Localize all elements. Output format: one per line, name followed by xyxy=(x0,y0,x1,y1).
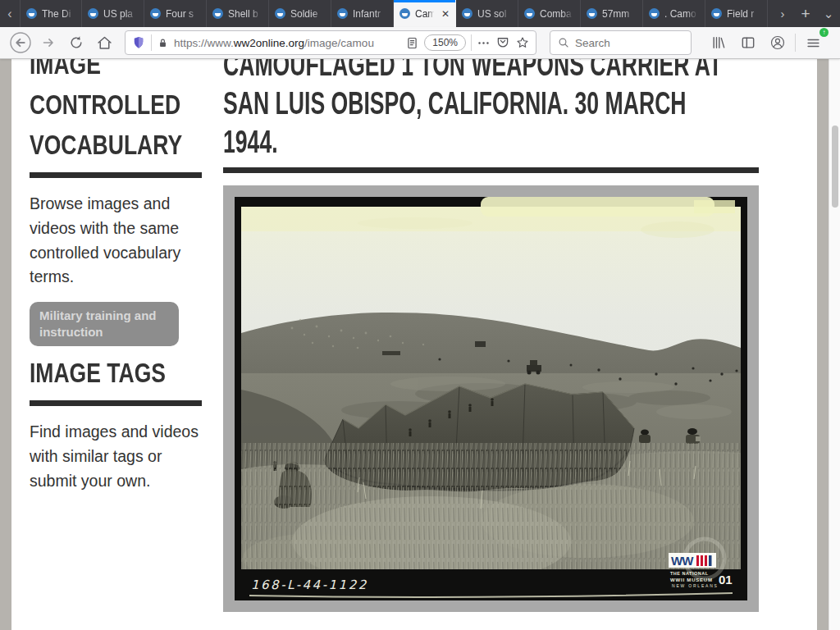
drupal-favicon-icon xyxy=(649,8,660,19)
search-icon xyxy=(557,36,570,49)
main-column: CAMOUFLAGED 1 TON WEAPONS CARRIER AT SAN… xyxy=(223,59,759,612)
photo-frame: 168-L-44-1122 01 WW THE NATION xyxy=(223,185,759,612)
menu-hamburger-icon[interactable]: ↑ xyxy=(801,30,825,55)
vocab-description: Browse images and videos with the same c… xyxy=(30,192,212,290)
page-scrollbar[interactable] xyxy=(829,59,840,630)
tab-title: Soldie xyxy=(290,8,325,20)
tracking-protection-shield-icon[interactable] xyxy=(131,35,146,50)
photo-id-number: 168-L-44-1122 xyxy=(251,578,368,592)
drupal-favicon-icon xyxy=(275,8,285,19)
tab-57mm[interactable]: 57mm xyxy=(581,0,643,27)
photo-scene xyxy=(241,207,741,587)
tab-title: Cam xyxy=(415,8,435,20)
zoom-level-indicator[interactable]: 150% xyxy=(424,34,466,51)
search-bar[interactable] xyxy=(550,30,692,55)
tab-strip: The Di US pla Four s Shell b Soldie Infa… xyxy=(20,0,768,27)
browser-window: ‹ The Di US pla Four s Shell b Soldie xyxy=(0,0,840,630)
scroll-tabs-left-button[interactable]: ‹ xyxy=(0,0,20,27)
tab-title: Comba xyxy=(540,8,574,20)
drupal-favicon-icon xyxy=(587,8,597,19)
tab-title: The Di xyxy=(42,8,75,20)
watermark-line1: THE NATIONAL xyxy=(670,571,709,576)
tab-shell-b[interactable]: Shell b xyxy=(207,0,269,27)
tab-title: US pla xyxy=(103,8,138,20)
tab-four-s[interactable]: Four s xyxy=(144,0,207,27)
search-input[interactable] xyxy=(575,37,684,49)
photo-illustration[interactable]: 168-L-44-1122 01 WW THE NATION xyxy=(235,197,747,600)
heading-rule xyxy=(30,400,202,406)
tags-heading: IMAGE TAGS xyxy=(30,353,215,393)
scrollbar-thumb[interactable] xyxy=(832,126,838,208)
tab-us-pla[interactable]: US pla xyxy=(82,0,144,27)
tab-title: . Camo xyxy=(664,8,699,20)
home-button[interactable] xyxy=(92,30,116,55)
vocab-heading-line: IMAGE xyxy=(30,59,215,84)
tab-title: Field r xyxy=(727,8,761,20)
title-rule xyxy=(223,167,759,173)
drupal-favicon-icon xyxy=(150,8,161,19)
library-icon[interactable] xyxy=(706,30,731,55)
page-viewport: IMAGE CONTROLLED VOCABULARY Browse image… xyxy=(0,59,840,630)
tags-heading-line: IMAGE TAGS xyxy=(30,353,215,393)
page-title-line: CAMOUFLAGED 1 TON WEAPONS CARRIER AT xyxy=(223,59,763,84)
divider xyxy=(471,34,472,51)
page-title-line: SAN LUIS OBISPO, CALIFORNIA. 30 MARCH xyxy=(223,84,763,123)
drupal-favicon-icon xyxy=(711,8,722,19)
tab-title: 57mm xyxy=(602,8,637,20)
url-scheme: https://www. xyxy=(174,37,234,49)
tab-bar: ‹ The Di US pla Four s Shell b Soldie xyxy=(0,0,840,27)
drupal-favicon-icon xyxy=(337,8,348,19)
url-text[interactable]: https://www.ww2online.org/image/camou xyxy=(174,37,400,49)
bookmark-star-icon[interactable] xyxy=(515,35,530,50)
drupal-favicon-icon xyxy=(26,8,37,19)
vocab-term-button[interactable]: Military training and instruction xyxy=(30,302,179,346)
update-available-badge: ↑ xyxy=(819,28,829,37)
new-tab-button[interactable]: + xyxy=(794,5,817,23)
tab-title: Four s xyxy=(166,8,200,20)
url-domain: ww2online.org xyxy=(234,37,304,49)
corner-mark: 01 xyxy=(719,573,733,587)
tab-soldie[interactable]: Soldie xyxy=(269,0,331,27)
watermark-line2: WWII MUSEUM xyxy=(670,578,713,582)
reload-button[interactable] xyxy=(64,30,89,55)
account-icon[interactable] xyxy=(765,30,790,55)
tab-infantr[interactable]: Infantr xyxy=(331,0,394,27)
drupal-favicon-icon xyxy=(462,8,472,19)
page-title-line: 1944. xyxy=(223,123,763,162)
page-content: IMAGE CONTROLLED VOCABULARY Browse image… xyxy=(11,59,817,630)
tape-strip xyxy=(481,197,714,217)
forward-button[interactable] xyxy=(36,30,61,55)
tab-title: Shell b xyxy=(228,8,262,20)
url-bar[interactable]: https://www.ww2online.org/image/camou 15… xyxy=(125,30,536,55)
tab-us-sol[interactable]: US sol xyxy=(456,0,518,27)
scroll-tabs-right-button[interactable]: › xyxy=(771,7,794,21)
sidebar: IMAGE CONTROLLED VOCABULARY Browse image… xyxy=(30,59,212,494)
sidebar-toggle-icon[interactable] xyxy=(736,30,760,55)
tab-title: Infantr xyxy=(353,8,387,20)
tab-field-r[interactable]: Field r xyxy=(705,0,768,27)
vocab-heading-line: VOCABULARY xyxy=(30,125,215,165)
tab-camouflaged-active[interactable]: Cam ✕ xyxy=(394,0,456,27)
back-button[interactable] xyxy=(8,30,33,55)
tags-description: Find images and videos with similar tags… xyxy=(30,420,212,493)
vocab-heading-line: CONTROLLED xyxy=(30,84,215,125)
tab-comba[interactable]: Comba xyxy=(518,0,581,27)
heading-rule xyxy=(30,172,202,178)
watermark-brand: WW xyxy=(671,554,694,568)
divider xyxy=(151,34,152,51)
vocab-heading: IMAGE CONTROLLED VOCABULARY xyxy=(30,59,215,165)
tab-the-di[interactable]: The Di xyxy=(20,0,82,27)
divider xyxy=(795,34,796,52)
url-path: /image/camou xyxy=(304,37,374,49)
lock-icon xyxy=(157,37,169,49)
tab-camo[interactable]: . Camo xyxy=(643,0,705,27)
close-tab-icon[interactable]: ✕ xyxy=(440,8,450,20)
list-all-tabs-button[interactable]: ⌄ xyxy=(817,7,840,21)
watermark-line3: NEW ORLEANS xyxy=(672,583,719,588)
page-title: CAMOUFLAGED 1 TON WEAPONS CARRIER AT SAN… xyxy=(223,59,763,162)
toolbar-right-buttons: ↑ xyxy=(706,30,825,55)
reader-mode-icon[interactable] xyxy=(405,36,419,50)
page-actions-icon[interactable] xyxy=(477,36,491,50)
drupal-favicon-icon xyxy=(399,8,410,19)
pocket-icon[interactable] xyxy=(495,35,510,50)
